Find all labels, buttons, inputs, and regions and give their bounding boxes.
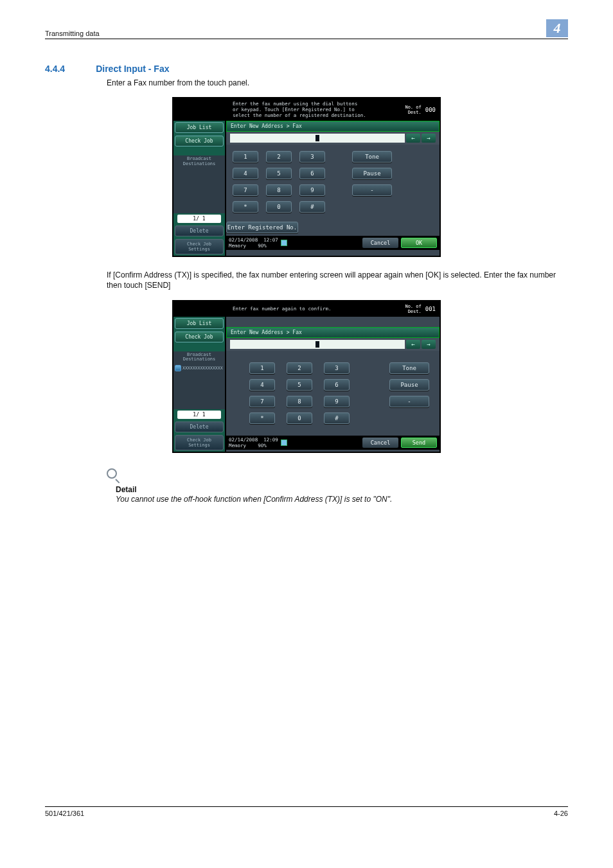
delete-button[interactable]: Delete	[175, 226, 224, 236]
key-star[interactable]: *	[233, 201, 258, 213]
detail-title: Detail	[116, 485, 568, 494]
check-job-button[interactable]: Check Job	[175, 332, 224, 342]
dest-counter: No. of Dest.	[405, 304, 421, 314]
model-label: 501/421/361	[45, 810, 84, 817]
check-job-settings-button[interactable]: Check Job Settings	[175, 239, 224, 254]
status-icon	[281, 439, 287, 446]
dest-count-value: 001	[425, 306, 436, 312]
key-5[interactable]: 5	[287, 379, 312, 391]
key-2[interactable]: 2	[287, 362, 312, 374]
status-icon	[281, 240, 287, 246]
enter-registered-no-button[interactable]: Enter Registered No.	[226, 222, 298, 233]
keypad: 1 2 3 Tone 4 5 6 Pause	[226, 145, 440, 222]
key-7[interactable]: 7	[249, 396, 275, 407]
key-7[interactable]: 7	[233, 184, 258, 196]
key-pause[interactable]: Pause	[352, 168, 392, 179]
key-tone[interactable]: Tone	[352, 151, 392, 163]
page-number: 4-26	[554, 810, 568, 817]
key-star[interactable]: *	[249, 412, 275, 424]
key-1[interactable]: 1	[233, 151, 258, 163]
key-9[interactable]: 9	[324, 396, 350, 407]
page-footer: 501/421/361 4-26	[45, 806, 568, 817]
key-tone[interactable]: Tone	[389, 362, 429, 374]
key-pause[interactable]: Pause	[389, 379, 429, 391]
key-dash[interactable]: -	[389, 396, 429, 407]
key-3[interactable]: 3	[299, 151, 325, 163]
chapter-badge: 4	[546, 19, 568, 37]
key-2[interactable]: 2	[266, 151, 292, 163]
key-8[interactable]: 8	[287, 396, 312, 407]
fax-number-input[interactable]	[230, 340, 405, 349]
dest-count-value: 000	[425, 107, 436, 113]
send-button[interactable]: Send	[401, 438, 437, 448]
broadcast-label: Broadcast Destinations	[173, 351, 225, 364]
cancel-button[interactable]: Cancel	[362, 438, 398, 448]
check-job-button[interactable]: Check Job	[175, 136, 224, 146]
key-8[interactable]: 8	[266, 184, 292, 196]
key-6[interactable]: 6	[324, 379, 350, 391]
job-list-button[interactable]: Job List	[175, 122, 224, 133]
cursor-left-button[interactable]: ←	[406, 134, 420, 143]
key-dash[interactable]: -	[352, 184, 392, 196]
instruction-text: Enter fax number again to confirm.	[233, 306, 401, 312]
cursor-left-button[interactable]: ←	[406, 340, 420, 349]
page-header: Transmitting data 4	[45, 19, 568, 39]
section-heading: 4.4.4 Direct Input - Fax	[45, 64, 568, 74]
section-title: Direct Input - Fax	[96, 64, 169, 74]
ok-button[interactable]: OK	[401, 238, 437, 248]
key-hash[interactable]: #	[324, 412, 350, 424]
sidebar: Job List Check Job Broadcast Destination…	[173, 121, 225, 256]
key-9[interactable]: 9	[299, 184, 325, 196]
detail-note: Detail You cannot use the off-hook funct…	[116, 468, 568, 504]
text-caret	[315, 135, 319, 141]
status-bar: 02/14/2008 12:09 Memory 90%	[229, 437, 287, 448]
key-4[interactable]: 4	[249, 379, 275, 391]
instruction-text: Enter the fax number using the dial butt…	[233, 101, 401, 118]
device-screenshot-1: Enter the fax number using the dial butt…	[172, 97, 441, 257]
section-number: 4.4.4	[45, 64, 65, 74]
key-4[interactable]: 4	[233, 168, 258, 179]
delete-button[interactable]: Delete	[175, 421, 224, 432]
confirm-paragraph: If [Confirm Address (TX)] is specified, …	[107, 270, 568, 290]
key-0[interactable]: 0	[287, 412, 312, 424]
breadcrumb: Enter New Address > Fax	[227, 121, 439, 131]
intro-paragraph: Enter a Fax number from the touch panel.	[107, 78, 568, 88]
sidebar: Job List Check Job Broadcast Destination…	[173, 317, 225, 452]
dest-counter: No. of Dest.	[405, 105, 421, 115]
key-5[interactable]: 5	[266, 168, 292, 179]
text-caret	[315, 341, 319, 348]
cancel-button[interactable]: Cancel	[362, 238, 398, 248]
job-list-button[interactable]: Job List	[175, 318, 224, 329]
key-6[interactable]: 6	[299, 168, 325, 179]
key-1[interactable]: 1	[249, 362, 275, 374]
detail-body: You cannot use the off-hook function whe…	[116, 495, 568, 504]
keypad: 1 2 3 Tone 4 5 6 Pause	[226, 351, 440, 436]
page-indicator: 1/ 1	[177, 215, 221, 223]
fax-number-input[interactable]	[230, 134, 405, 143]
cursor-right-button[interactable]: →	[422, 134, 436, 143]
key-0[interactable]: 0	[266, 201, 292, 213]
broadcast-label: Broadcast Destinations	[173, 155, 225, 168]
key-3[interactable]: 3	[324, 362, 350, 374]
breadcrumb: Enter New Address > Fax	[227, 328, 439, 337]
check-job-settings-button[interactable]: Check Job Settings	[175, 435, 224, 450]
status-bar: 02/14/2008 12:07 Memory 90%	[229, 237, 287, 249]
running-head: Transmitting data	[45, 30, 100, 37]
key-hash[interactable]: #	[299, 201, 325, 213]
magnifier-icon	[107, 468, 121, 483]
destination-entry[interactable]: XXXXXXXXXXXXXXXX	[173, 364, 225, 373]
cursor-right-button[interactable]: →	[422, 340, 436, 349]
page-indicator: 1/ 1	[177, 411, 221, 419]
device-screenshot-2: Enter fax number again to confirm. No. o…	[172, 300, 441, 453]
